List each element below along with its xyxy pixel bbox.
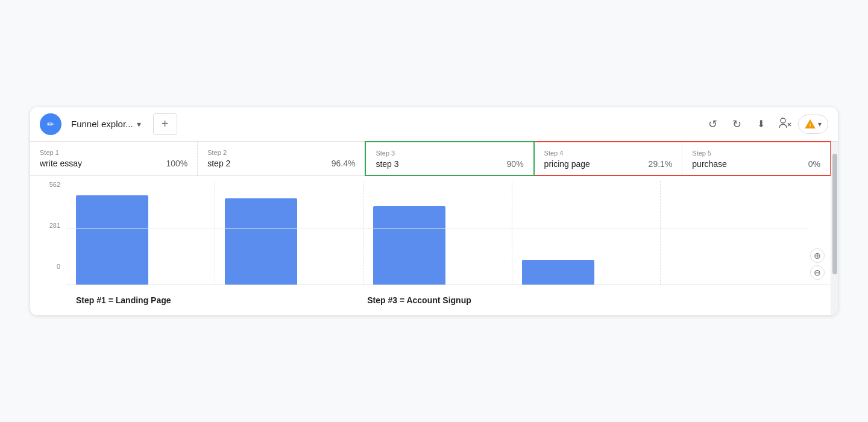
- undo-icon: ↺: [708, 118, 717, 131]
- zoom-in-icon: ⊕: [814, 251, 821, 260]
- tab-title: Funnel explor...: [71, 119, 133, 129]
- step-name-3: step 3: [376, 159, 398, 169]
- annotation-text-1: Step #1 = Landing Page: [76, 295, 171, 305]
- bar-2: [225, 198, 297, 285]
- step-col-3: Step 3 step 3 90%: [365, 141, 534, 176]
- remove-users-button[interactable]: [774, 113, 796, 135]
- zoom-in-button[interactable]: ⊕: [810, 248, 825, 263]
- warning-dropdown-icon: ▾: [818, 120, 822, 128]
- step-row-4: pricing page 29.1%: [544, 159, 673, 169]
- step-row-5: purchase 0%: [692, 159, 820, 169]
- toolbar: ✏ Funnel explor... ▾ + ↺ ↻ ⬇: [30, 107, 838, 142]
- download-button[interactable]: ⬇: [750, 113, 772, 135]
- step-label-1: Step 1: [40, 149, 187, 156]
- steps-cols-red-wrapper: Step 4 pricing page 29.1% Step 5 purchas…: [533, 141, 831, 176]
- step-row-1: write essay 100%: [40, 159, 187, 168]
- step-name-2: step 2: [207, 159, 230, 168]
- annotation-text-3: Step #3 = Account Signup: [367, 295, 471, 305]
- redo-icon: ↻: [732, 118, 741, 131]
- edit-button[interactable]: ✏: [40, 113, 61, 135]
- svg-text:!: !: [810, 122, 811, 128]
- add-tab-button[interactable]: +: [153, 113, 177, 135]
- step-label-2: Step 2: [207, 149, 355, 156]
- annotation-col-2: [212, 295, 358, 306]
- scrollbar-thumb[interactable]: [832, 154, 837, 274]
- svg-point-0: [781, 118, 785, 123]
- zoom-out-icon: ⊖: [814, 268, 821, 277]
- bar-col-2: [215, 181, 364, 285]
- step-col-4: Step 4 pricing page 29.1%: [535, 142, 683, 175]
- step-pct-1: 100%: [166, 159, 187, 168]
- download-icon: ⬇: [757, 118, 765, 130]
- remove-users-icon: [778, 118, 791, 131]
- step-pct-2: 96.4%: [332, 159, 356, 168]
- step-label-4: Step 4: [544, 150, 673, 157]
- bar-col-3: [363, 181, 512, 285]
- step-row-3: step 3 90%: [376, 159, 523, 169]
- zoom-out-button[interactable]: ⊖: [810, 265, 825, 280]
- plus-icon: +: [162, 117, 169, 131]
- warning-icon: !: [805, 119, 816, 130]
- step-row-2: step 2 96.4%: [207, 159, 355, 168]
- undo-button[interactable]: ↺: [702, 113, 723, 135]
- bar-col-1: [66, 181, 215, 285]
- bar-4: [522, 260, 594, 285]
- y-axis-max: 562: [49, 181, 60, 188]
- annotation-col-3: Step #3 = Account Signup: [357, 295, 503, 306]
- step-col-1: Step 1 write essay 100%: [30, 142, 198, 175]
- step-label-3: Step 3: [376, 150, 523, 157]
- step-label-5: Step 5: [692, 150, 820, 157]
- step-col-5: Step 5 purchase 0%: [682, 142, 830, 175]
- annotation-col-1: Step #1 = Landing Page: [66, 295, 212, 306]
- redo-button[interactable]: ↻: [726, 113, 747, 135]
- y-axis: 562 281 0: [30, 176, 66, 285]
- y-axis-mid: 281: [49, 222, 60, 229]
- bars-container: [66, 176, 809, 285]
- bar-1: [76, 195, 148, 285]
- warning-button[interactable]: ! ▾: [798, 115, 828, 134]
- toolbar-right: ↺ ↻ ⬇: [702, 113, 828, 135]
- steps-header: Step 1 write essay 100% Step 2 step 2 96…: [30, 142, 831, 176]
- main-content: Step 1 write essay 100% Step 2 step 2 96…: [30, 142, 838, 315]
- chevron-down-icon: ▾: [137, 119, 141, 129]
- zoom-controls: ⊕ ⊖: [809, 176, 831, 285]
- main-container: ✏ Funnel explor... ▾ + ↺ ↻ ⬇: [30, 107, 838, 315]
- bar-3: [373, 206, 445, 285]
- bar-col-4: [512, 181, 661, 285]
- scrollbar[interactable]: [831, 142, 838, 315]
- bar-col-5: [661, 181, 809, 285]
- bars-area: 562 281 0: [30, 176, 831, 285]
- edit-icon: ✏: [47, 119, 54, 129]
- step-name-5: purchase: [692, 159, 727, 169]
- step-pct-3: 90%: [507, 159, 524, 169]
- annotation-col-4: [503, 295, 649, 306]
- annotation-col-5: [649, 295, 794, 306]
- title-button[interactable]: Funnel explor... ▾: [66, 115, 146, 133]
- y-axis-min: 0: [57, 263, 60, 270]
- step-name-1: write essay: [40, 159, 82, 168]
- toolbar-left: ✏ Funnel explor... ▾ +: [40, 113, 177, 135]
- chart-content: Step 1 write essay 100% Step 2 step 2 96…: [30, 142, 831, 315]
- step-pct-5: 0%: [808, 159, 820, 169]
- step-pct-4: 29.1%: [649, 159, 673, 169]
- step-name-4: pricing page: [544, 159, 590, 169]
- annotations: Step #1 = Landing Page Step #3 = Account…: [30, 285, 831, 315]
- step-col-2: Step 2 step 2 96.4%: [198, 142, 365, 175]
